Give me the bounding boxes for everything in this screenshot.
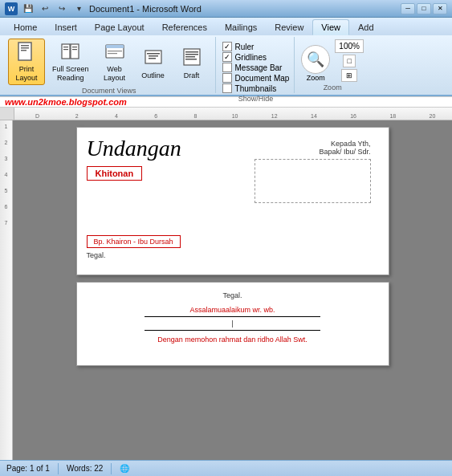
outline-icon [140,44,166,70]
quick-access-toolbar: 💾 ↩ ↪ ▾ [21,2,86,16]
svg-rect-5 [71,44,79,59]
save-btn[interactable]: 💾 [21,2,35,16]
draft-btn[interactable]: Draft [173,39,210,85]
close-btn[interactable]: ✕ [433,3,447,14]
page2-divider2 [145,330,320,331]
draft-label: Draft [184,71,200,80]
ruler-corner [0,108,14,120]
full-screen-label: Full ScreenReading [52,65,89,83]
svg-rect-7 [63,49,68,50]
svg-rect-3 [21,50,26,51]
svg-rect-9 [72,49,77,50]
web-layout-btn[interactable]: WebLayout [96,39,133,85]
ribbon-group-views: PrintLayout Full ScreenReading [3,37,216,93]
svg-rect-1 [21,45,29,47]
zoom-100-btn[interactable]: 100% [335,39,364,53]
svg-rect-14 [145,51,161,63]
zoom-label: Zoom [307,74,325,82]
ruler-checkbox-item[interactable]: ✓ Ruler [222,42,290,51]
svg-rect-21 [185,56,195,58]
tab-references[interactable]: References [153,19,216,35]
document-page-1[interactable]: Undangan Khitonan Kepada Yth, Bapak/ Ibu… [76,127,389,275]
svg-rect-16 [149,55,158,57]
tab-insert[interactable]: Insert [46,19,86,35]
khitanan-box: Khitonan [87,166,143,181]
ruler-mark: 18 [373,113,413,119]
document-page-2[interactable]: Tegal. Assalamuaalaikum wr. wb. | Dengan… [76,282,389,366]
full-screen-icon [58,41,83,63]
gridlines-checkbox-item[interactable]: ✓ Gridlines [222,52,290,62]
tab-review[interactable]: Review [266,19,312,35]
ribbon: PrintLayout Full ScreenReading [0,35,452,96]
full-screen-reading-btn[interactable]: Full ScreenReading [47,39,95,85]
ruler-marks: D 2 4 6 8 10 12 14 16 18 20 [14,113,452,119]
ruler-mark: 20 [413,113,452,119]
ruler-mark: 14 [294,113,333,119]
title-bar-left: W 💾 ↩ ↪ ▾ Document1 - Microsoft Word [5,2,202,16]
redo-btn[interactable]: ↪ [55,2,69,16]
zoom-group-label: Zoom [324,82,342,92]
messagebar-label: Message Bar [235,63,283,72]
print-layout-label: PrintLayout [15,65,37,83]
undo-btn[interactable]: ↩ [38,2,52,16]
ruler-mark: 6 [136,113,176,119]
gridlines-checkbox[interactable]: ✓ [222,52,232,62]
view-buttons: PrintLayout Full ScreenReading [8,39,210,85]
document-area: Undangan Khitonan Kepada Yth, Bapak/ Ibu… [13,120,452,460]
print-layout-btn[interactable]: PrintLayout [8,39,45,85]
messagebar-checkbox-item[interactable]: Message Bar [222,63,290,72]
svg-rect-8 [72,47,77,47]
ruler-mark: 16 [334,113,373,119]
page2-line2: Assalamuaalaikum wr. wb. [87,306,379,314]
svg-rect-20 [185,54,198,55]
docmap-checkbox[interactable] [222,73,232,83]
svg-rect-19 [185,51,198,53]
ruler-mark: D [18,113,57,119]
watermark-text: www.un2kmoe.blogspot.com [5,97,127,107]
ruler-checkbox[interactable]: ✓ [222,42,232,51]
ruler-mark: 10 [215,113,255,119]
vertical-ruler: 1 2 3 4 5 6 7 [0,120,13,460]
docmap-checkbox-item[interactable]: Document Map [222,73,290,83]
address-section: Kepada Yth, Bapak/ Ibu/ Sdr. [255,140,371,203]
more-btn[interactable]: ▾ [71,2,86,16]
zoom-one-page-btn[interactable]: □ [343,55,355,67]
print-layout-icon [14,41,39,63]
tab-view[interactable]: View [312,19,349,35]
window-controls: ─ □ ✕ [401,3,447,14]
zoom-btn[interactable]: 🔍 [301,45,330,74]
ruler-mark: 12 [255,113,294,119]
docmap-label: Document Map [235,74,290,83]
thumbnails-checkbox[interactable] [222,83,232,93]
ribbon-tabs: Home Insert Page Layout References Maili… [0,18,452,35]
maximize-btn[interactable]: □ [417,3,431,14]
svg-rect-12 [108,51,122,51]
messagebar-checkbox[interactable] [222,63,232,72]
ruler-area: D 2 4 6 8 10 12 14 16 18 20 [0,108,452,120]
page2-divider [145,316,320,317]
app-icon: W [5,2,18,15]
title-bar: W 💾 ↩ ↪ ▾ Document1 - Microsoft Word ─ □… [0,0,452,18]
thumbnails-label: Thumbnails [235,84,277,93]
ruler-mark: 8 [176,113,215,119]
outline-btn[interactable]: Outline [135,39,172,85]
zoom-multi-page-btn[interactable]: ⊞ [341,69,357,82]
svg-rect-15 [147,53,160,55]
tab-page-layout[interactable]: Page Layout [86,19,153,35]
thumbnails-checkbox-item[interactable]: Thumbnails [222,83,290,93]
svg-rect-22 [185,59,197,60]
ruler-mark: 2 [57,113,96,119]
tab-home[interactable]: Home [5,19,46,35]
svg-rect-4 [62,44,70,59]
svg-rect-11 [106,45,124,48]
window-title: Document1 - Microsoft Word [89,4,202,14]
tempat-line: Tegal. [87,251,379,259]
tab-add[interactable]: Add [349,19,383,35]
ruler-label: Ruler [235,43,255,51]
host-box: Bp. Khairon - Ibu Dursah [87,235,181,248]
tab-mailings[interactable]: Mailings [216,19,266,35]
word-count: Words: 22 [67,464,103,473]
svg-rect-13 [108,53,117,54]
minimize-btn[interactable]: ─ [401,3,415,14]
address-box [255,159,371,203]
